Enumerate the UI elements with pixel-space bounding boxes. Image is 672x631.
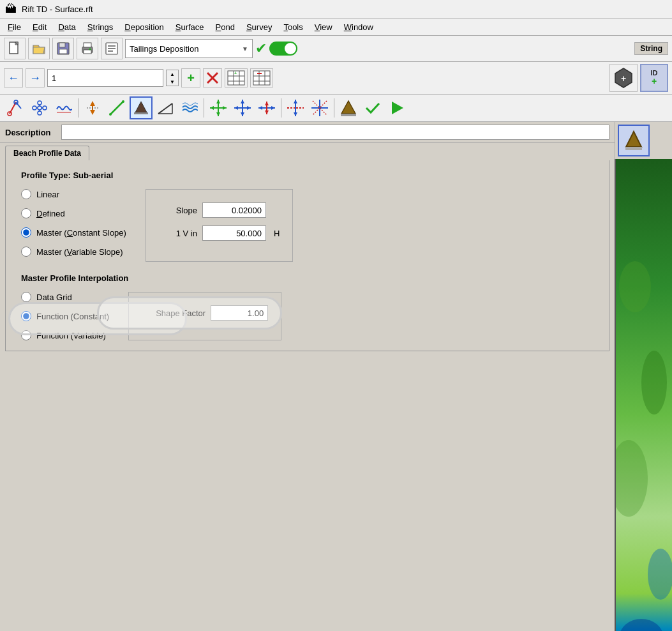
menu-pond[interactable]: Pond	[211, 20, 240, 34]
radio-function-constant-label[interactable]: Function (Constant)	[36, 312, 109, 321]
delete-record-button[interactable]	[203, 68, 222, 87]
save-button[interactable]	[52, 38, 74, 59]
profile-tool-button[interactable]	[130, 96, 153, 119]
check-icon[interactable]: ✔	[255, 40, 267, 57]
interp-col-left: Data Grid Function (Constant)	[21, 292, 109, 340]
line-tool-button[interactable]	[105, 96, 128, 119]
radio-master-constant-label[interactable]: Master (Constant Slope)	[36, 228, 126, 238]
height-tool-button[interactable]	[81, 96, 104, 119]
radio-function-variable-label[interactable]: Function (Variable)	[36, 331, 106, 340]
strings-area: String	[634, 42, 668, 55]
spin-up-button[interactable]: ▲	[167, 70, 178, 78]
radio-master-variable[interactable]	[21, 247, 31, 257]
description-input[interactable]	[61, 125, 609, 140]
strings-badge: String	[634, 42, 668, 55]
menu-file[interactable]: File	[3, 20, 26, 34]
radio-master-constant[interactable]	[21, 227, 31, 238]
vhin-row: 1 V in H	[159, 225, 280, 241]
run-button[interactable]	[385, 96, 408, 119]
h-move-button[interactable]	[255, 96, 278, 119]
add-record-button[interactable]: +	[181, 68, 200, 87]
svg-point-37	[38, 106, 41, 110]
cross-move-button[interactable]	[231, 96, 254, 119]
title-bar: 🏔 Rift TD - Surface.rft	[0, 0, 672, 19]
terrain-map	[615, 159, 672, 631]
main-area: Description Beach Profile Data Profile T…	[0, 122, 672, 631]
svg-point-34	[38, 101, 41, 105]
vhin-input[interactable]	[202, 225, 266, 241]
deposition-dropdown[interactable]: Tailings Deposition ▼	[125, 39, 253, 58]
wave-tool-button[interactable]	[52, 96, 75, 119]
nav-spinner: ▲ ▼	[166, 70, 179, 86]
shape-box: Shape Factor	[128, 292, 281, 340]
menu-data[interactable]: Data	[53, 20, 80, 34]
rotate-tool-button[interactable]	[308, 96, 331, 119]
edit-button[interactable]	[101, 38, 123, 59]
open-button[interactable]	[28, 38, 50, 59]
nodes-tool-button[interactable]	[28, 96, 51, 119]
mountain-tool-button[interactable]	[337, 96, 360, 119]
select-tool-button[interactable]	[4, 96, 27, 119]
back-button[interactable]: ←	[4, 68, 23, 87]
slope-tool-button[interactable]	[154, 96, 177, 119]
menu-survey[interactable]: Survey	[241, 20, 277, 34]
svg-point-8	[89, 49, 91, 50]
forward-button[interactable]: →	[26, 68, 45, 87]
menu-strings[interactable]: Strings	[82, 20, 118, 34]
svg-marker-45	[90, 110, 95, 115]
move-all-tool-button[interactable]	[207, 96, 230, 119]
radio-function-constant[interactable]	[21, 311, 31, 321]
radio-linear[interactable]	[21, 189, 31, 199]
nav-input[interactable]	[47, 69, 163, 87]
radio-function-variable-row: Function (Variable)	[21, 330, 109, 340]
slope-label: Slope	[159, 206, 197, 215]
polygon-tool-button[interactable]: +	[609, 64, 638, 92]
svg-marker-85	[626, 132, 641, 147]
menu-deposition[interactable]: Deposition	[119, 20, 168, 34]
id-plus-button[interactable]: ID +	[640, 64, 668, 92]
interp-section-label: Master Profile Interpolation	[21, 273, 594, 283]
radio-defined[interactable]	[21, 208, 31, 218]
radio-master-constant-row: Master (Constant Slope)	[21, 227, 126, 238]
svg-marker-57	[216, 100, 220, 103]
radio-function-constant-row: Function (Constant)	[21, 311, 109, 321]
radio-function-variable[interactable]	[21, 330, 31, 340]
new-button[interactable]	[4, 38, 26, 59]
radio-data-grid[interactable]	[21, 292, 31, 302]
svg-text:+: +	[234, 70, 237, 76]
shape-factor-row: Shape Factor	[142, 305, 268, 321]
radio-data-grid-label[interactable]: Data Grid	[36, 293, 72, 302]
profile-type-section: Linear Defined Master (Constant Slope)	[21, 189, 594, 262]
print-button[interactable]	[77, 38, 98, 59]
svg-marker-64	[241, 112, 244, 116]
spin-down-button[interactable]: ▼	[167, 78, 178, 86]
grid-remove-button[interactable]	[250, 68, 273, 87]
terrain-svg	[616, 159, 672, 631]
grid-add-button[interactable]: +	[225, 68, 248, 87]
slope-input[interactable]	[202, 202, 266, 218]
tab-strip: Beach Profile Data	[0, 143, 615, 160]
water-tool-button[interactable]	[178, 96, 201, 119]
svg-rect-86	[625, 147, 642, 150]
menu-surface[interactable]: Surface	[170, 20, 209, 34]
menu-tools[interactable]: Tools	[278, 20, 308, 34]
beach-profile-tab[interactable]: Beach Profile Data	[5, 146, 89, 160]
svg-marker-60	[223, 106, 227, 110]
check-tool-button[interactable]	[361, 96, 384, 119]
menu-view[interactable]: View	[310, 20, 338, 34]
tool-separator-1	[78, 98, 78, 118]
radio-master-variable-label[interactable]: Master (Variable Slope)	[36, 247, 123, 257]
radio-linear-label[interactable]: Linear	[36, 190, 59, 199]
tool-separator-3	[281, 98, 281, 118]
toggle-switch[interactable]	[269, 42, 297, 56]
split-tool-button[interactable]	[284, 96, 307, 119]
svg-point-48	[109, 113, 112, 116]
svg-marker-76	[294, 100, 297, 103]
side-toolbar	[615, 122, 672, 159]
radio-defined-label[interactable]: Defined	[36, 209, 65, 218]
menu-edit[interactable]: Edit	[27, 20, 52, 34]
terrain-view-button[interactable]	[618, 125, 650, 156]
svg-line-47	[110, 102, 123, 114]
shape-factor-input[interactable]	[211, 305, 268, 321]
menu-window[interactable]: Window	[339, 20, 378, 34]
